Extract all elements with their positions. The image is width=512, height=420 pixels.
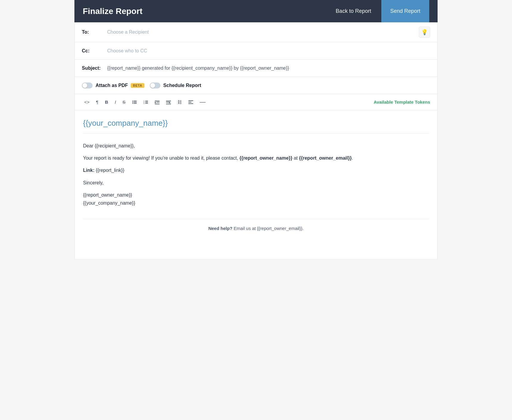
subject-label: Subject:	[82, 66, 107, 71]
bulb-icon-button[interactable]: 💡	[419, 27, 430, 38]
link-paragraph: Link: {{report_link}}	[83, 166, 429, 174]
sincerely: Sincerely,	[83, 179, 429, 187]
to-label: To:	[82, 29, 107, 35]
link-token: {{report_link}}	[96, 168, 124, 173]
hr-icon-button[interactable]: —	[197, 97, 208, 107]
to-row: To: 💡	[75, 22, 437, 42]
cc-input[interactable]	[107, 48, 430, 54]
page-header: Finalize Report Back to Report Send Repo…	[74, 0, 438, 22]
footer-text: Email us at {{report_owner_email}}.	[232, 226, 304, 231]
align-icon-button[interactable]	[186, 99, 196, 106]
unordered-list-icon-button[interactable]	[130, 99, 139, 106]
sign-company: {{your_company_name}}	[83, 200, 135, 206]
svg-rect-20	[188, 100, 193, 101]
code-icon-button[interactable]: <>	[82, 98, 92, 106]
svg-marker-17	[169, 102, 171, 103]
subject-value: {{report_name}} generated for {{recipien…	[107, 66, 289, 71]
svg-rect-5	[134, 103, 137, 104]
page-title: Finalize Report	[83, 7, 327, 16]
email-compose-area: To: 💡 Cc: Subject: {{report_name}} gener…	[74, 22, 438, 259]
svg-rect-9	[145, 102, 148, 102]
paragraph-icon-button[interactable]: ¶	[94, 98, 101, 106]
beta-badge: BETA	[131, 83, 144, 88]
owner-email-token: {{report_owner_email}}	[299, 155, 352, 161]
svg-rect-1	[134, 101, 137, 101]
schedule-report-toggle[interactable]	[150, 83, 160, 88]
sign-off: {{report_owner_name}} {{your_company_nam…	[83, 191, 429, 207]
indent-icon-button[interactable]	[164, 99, 173, 106]
svg-point-0	[132, 100, 133, 101]
owner-name-token: {{report_owner_name}}	[239, 155, 292, 161]
attach-pdf-toggle-container: Attach as PDF BETA	[82, 83, 144, 88]
schedule-report-toggle-container: Schedule Report	[150, 83, 201, 88]
body-paragraph: Your report is ready for viewing! If you…	[83, 154, 429, 162]
options-row: Attach as PDF BETA Schedule Report	[75, 77, 437, 94]
cc-row: Cc:	[75, 42, 437, 60]
company-name-heading: {{your_company_name}}	[83, 119, 429, 133]
schedule-report-label: Schedule Report	[163, 83, 201, 88]
back-to-report-button[interactable]: Back to Report	[327, 5, 380, 17]
sign-owner: {{report_owner_name}}	[83, 192, 132, 197]
svg-rect-11	[145, 103, 148, 104]
bold-icon-button[interactable]: B	[103, 98, 111, 106]
svg-point-4	[132, 103, 133, 104]
svg-rect-12	[155, 101, 160, 101]
at-text: at	[292, 155, 299, 161]
svg-rect-3	[134, 102, 137, 102]
send-report-button[interactable]: Send Report	[381, 0, 429, 22]
svg-rect-21	[188, 102, 191, 102]
link-icon-button[interactable]: ⛓	[175, 98, 184, 106]
svg-rect-7	[145, 101, 148, 101]
svg-rect-16	[166, 101, 171, 101]
email-body-area[interactable]: {{your_company_name}} Dear {{recipient_n…	[75, 110, 437, 259]
subject-row: Subject: {{report_name}} generated for {…	[75, 60, 437, 77]
svg-rect-22	[188, 103, 193, 104]
period: .	[352, 155, 353, 161]
email-footer: Need help? Email us at {{report_owner_em…	[83, 219, 429, 237]
ordered-list-icon-button[interactable]: 1.2.3.	[141, 99, 151, 106]
svg-text:3.: 3.	[143, 102, 145, 104]
italic-icon-button[interactable]: I	[112, 98, 118, 106]
attach-pdf-toggle[interactable]	[82, 83, 93, 88]
available-template-tokens-button[interactable]: Available Template Tokens	[374, 99, 430, 105]
svg-rect-15	[155, 104, 160, 104]
svg-marker-13	[155, 102, 156, 103]
editor-toolbar: <> ¶ B I S 1.2.3. ⛓ — Available Template…	[75, 94, 437, 110]
to-input[interactable]	[107, 29, 419, 35]
attach-pdf-label: Attach as PDF	[96, 83, 128, 88]
body-text: Your report is ready for viewing! If you…	[83, 155, 239, 161]
cc-label: Cc:	[82, 48, 107, 54]
strikethrough-icon-button[interactable]: S	[120, 98, 128, 106]
email-content: Dear {{recipient_name}}, Your report is …	[83, 142, 429, 207]
svg-rect-14	[157, 102, 160, 102]
svg-rect-19	[166, 104, 171, 104]
greeting: Dear {{recipient_name}},	[83, 142, 429, 150]
outdent-icon-button[interactable]	[152, 99, 162, 106]
svg-rect-18	[166, 102, 169, 102]
need-help-label: Need help?	[208, 226, 232, 231]
svg-point-2	[132, 102, 133, 102]
link-label: Link:	[83, 168, 96, 173]
